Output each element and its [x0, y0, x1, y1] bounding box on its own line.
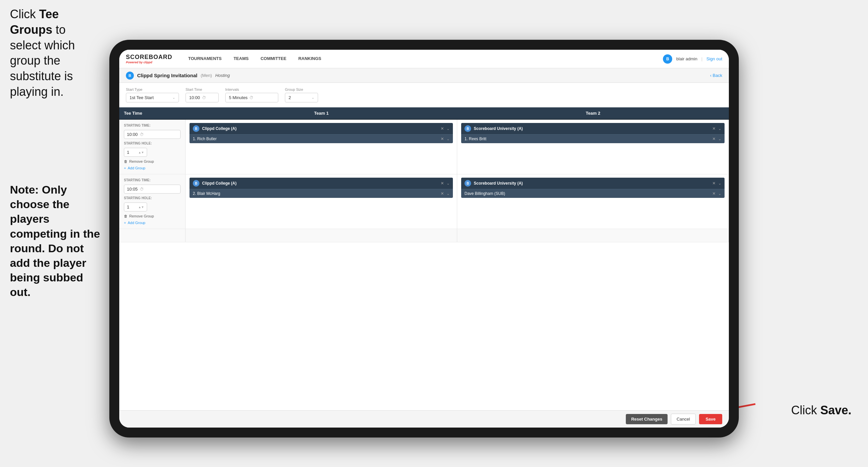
- tee-time-header: Tee Time: [119, 107, 186, 119]
- row1-add-group-button[interactable]: + Add Group: [124, 166, 181, 170]
- row2-team2-actions: ✕ ⌄: [712, 181, 721, 185]
- row2-team2-player1-name: Dave Billingham (SUB): [464, 191, 710, 196]
- row2-team1-chevron-icon[interactable]: ⌄: [446, 181, 450, 185]
- row1-team2-actions: ✕ ⌄: [712, 126, 721, 131]
- table-row-partial: [119, 229, 729, 242]
- row2-team2-player1-chevron-icon[interactable]: ⌄: [718, 192, 721, 196]
- row2-clock-icon: ⏱: [140, 187, 144, 192]
- trash-icon: 🗑: [124, 159, 128, 164]
- instruction-text: Click Tee Groups to select which group t…: [10, 7, 96, 100]
- subheader-badge: B: [126, 71, 134, 80]
- row2-team1-player1-remove-icon[interactable]: ✕: [441, 191, 444, 196]
- partial-team1-cell: [186, 229, 457, 242]
- row2-team1-cell: B Clippd College (A) ✕ ⌄ 2. Blair McHarg: [186, 174, 457, 229]
- tournament-name: Clippd Spring Invitational: [137, 72, 197, 78]
- row1-team2-player1-remove-icon[interactable]: ✕: [712, 137, 716, 141]
- row1-team2-remove-icon[interactable]: ✕: [712, 126, 716, 131]
- partial-time-cell: [119, 229, 186, 242]
- nav-committee[interactable]: COMMITTEE: [254, 50, 292, 68]
- reset-changes-button[interactable]: Reset Changes: [626, 414, 668, 424]
- group-size-chevron: ⌄: [311, 95, 314, 100]
- row1-team1-chevron-icon[interactable]: ⌄: [446, 126, 450, 131]
- row2-time-input[interactable]: 10:05 ⏱: [124, 185, 181, 194]
- row2-team1-badge: B: [193, 180, 199, 186]
- table-row: STARTING TIME: 10:05 ⏱ STARTING HOLE: 1 …: [119, 174, 729, 229]
- footer-bar: Reset Changes Cancel Save: [119, 410, 729, 428]
- intervals-label: Intervals: [225, 88, 278, 91]
- row1-team1-actions: ✕ ⌄: [441, 126, 450, 131]
- row1-team2-player1: 1. Rees Britt ✕ ⌄: [461, 134, 724, 143]
- row2-team1-remove-icon[interactable]: ✕: [441, 181, 444, 185]
- hosting-label: Hosting: [215, 73, 230, 78]
- subheader: B Clippd Spring Invitational (Men) Hosti…: [119, 68, 729, 83]
- row1-team1-player1-chevron-icon[interactable]: ⌄: [446, 137, 450, 141]
- row1-team2-cell: B Scoreboard University (A) ✕ ⌄ 1. Rees …: [457, 120, 729, 174]
- row1-team1-badge: B: [193, 125, 199, 132]
- row1-time-input[interactable]: 10:00 ⏱: [124, 130, 181, 139]
- row1-team2-group[interactable]: B Scoreboard University (A) ✕ ⌄ 1. Rees …: [461, 123, 724, 143]
- row2-team2-name: Scoreboard University (A): [474, 181, 710, 185]
- instruction-area: Click Tee Groups to select which group t…: [0, 0, 106, 107]
- row1-team1-player1: 1. Rich Butler ✕ ⌄: [189, 134, 453, 143]
- start-type-chevron: ⌄: [172, 95, 175, 100]
- row2-time-col: STARTING TIME: 10:05 ⏱ STARTING HOLE: 1 …: [119, 174, 186, 229]
- intervals-group: Intervals 5 Minutes ⏱: [225, 88, 278, 103]
- instruction-note: Note: Only choose the players competing …: [0, 176, 116, 306]
- nav-tournaments[interactable]: TOURNAMENTS: [182, 50, 227, 68]
- row2-team1-player1-name: 2. Blair McHarg: [193, 191, 438, 196]
- row1-team2-chevron-icon[interactable]: ⌄: [718, 126, 721, 131]
- start-type-group: Start Type 1st Tee Start ⌄: [126, 88, 179, 103]
- group-size-input[interactable]: 2 ⌄: [285, 93, 318, 103]
- row2-team1-group[interactable]: B Clippd College (A) ✕ ⌄ 2. Blair McHarg: [189, 178, 453, 198]
- main-content: Start Type 1st Tee Start ⌄ Start Time 10…: [119, 83, 729, 410]
- start-type-input[interactable]: 1st Tee Start ⌄: [126, 93, 179, 103]
- row1-clock-icon: ⏱: [140, 132, 144, 137]
- row1-team1-group[interactable]: B Clippd College (A) ✕ ⌄ 1. Rich Butler: [189, 123, 453, 143]
- group-size-label: Group Size: [285, 88, 318, 91]
- nav-rankings[interactable]: RANKINGS: [292, 50, 327, 68]
- logo-area: SCOREBOARD Powered by clippd: [126, 54, 172, 64]
- row2-starting-time-label: STARTING TIME:: [124, 178, 181, 182]
- trash-icon: 🗑: [124, 214, 128, 218]
- start-time-input[interactable]: 10:00 ⏱: [186, 93, 219, 103]
- tablet-screen: SCOREBOARD Powered by clippd TOURNAMENTS…: [119, 50, 729, 428]
- group-size-group: Group Size 2 ⌄: [285, 88, 318, 103]
- row2-team2-remove-icon[interactable]: ✕: [712, 181, 716, 185]
- nav-right: B blair admin | Sign out: [663, 54, 722, 64]
- nav-teams[interactable]: TEAMS: [227, 50, 255, 68]
- row1-hole-input[interactable]: 1 ▲▼: [124, 148, 147, 157]
- save-button[interactable]: Save: [699, 414, 722, 424]
- row2-team2-player1-remove-icon[interactable]: ✕: [712, 191, 716, 196]
- row1-team1-player1-remove-icon[interactable]: ✕: [441, 137, 444, 141]
- row2-team1-player1-actions: ✕ ⌄: [441, 191, 450, 196]
- intervals-input[interactable]: 5 Minutes ⏱: [225, 93, 278, 103]
- tournament-gender: (Men): [201, 73, 212, 78]
- plus-icon: +: [124, 221, 126, 225]
- row1-team2-header: B Scoreboard University (A) ✕ ⌄: [461, 123, 724, 134]
- row1-team2-player1-chevron-icon[interactable]: ⌄: [718, 137, 721, 141]
- row1-team1-player1-actions: ✕ ⌄: [441, 137, 450, 141]
- row2-team2-group[interactable]: B Scoreboard University (A) ✕ ⌄ Dave Bil…: [461, 178, 724, 198]
- cancel-button[interactable]: Cancel: [671, 414, 695, 425]
- row2-team2-chevron-icon[interactable]: ⌄: [718, 181, 721, 185]
- row1-remove-group-button[interactable]: 🗑 Remove Group: [124, 159, 181, 164]
- tablet-frame: SCOREBOARD Powered by clippd TOURNAMENTS…: [109, 40, 739, 438]
- row1-team1-remove-icon[interactable]: ✕: [441, 126, 444, 131]
- row2-team1-player1: 2. Blair McHarg ✕ ⌄: [189, 189, 453, 198]
- row2-team2-player1-actions: ✕ ⌄: [712, 191, 721, 196]
- start-time-group: Start Time 10:00 ⏱: [186, 88, 219, 103]
- nav-links: TOURNAMENTS TEAMS COMMITTEE RANKINGS: [182, 50, 663, 68]
- row2-add-group-button[interactable]: + Add Group: [124, 221, 181, 225]
- nav-avatar: B: [663, 54, 672, 64]
- back-button[interactable]: ‹ Back: [710, 73, 722, 78]
- row2-team2-player1: Dave Billingham (SUB) ✕ ⌄: [461, 189, 724, 198]
- instruction-note-text: Note: Only choose the players competing …: [10, 182, 106, 300]
- partial-team2-cell: [457, 229, 729, 242]
- row2-team1-player1-chevron-icon[interactable]: ⌄: [446, 192, 450, 196]
- row2-hole-input[interactable]: 1 ▲▼: [124, 203, 147, 211]
- row1-team2-player1-actions: ✕ ⌄: [712, 137, 721, 141]
- sign-out-link[interactable]: Sign out: [706, 56, 722, 61]
- row2-team1-name: Clippd College (A): [202, 181, 438, 185]
- row1-starting-hole-label: STARTING HOLE:: [124, 142, 181, 145]
- row2-remove-group-button[interactable]: 🗑 Remove Group: [124, 214, 181, 218]
